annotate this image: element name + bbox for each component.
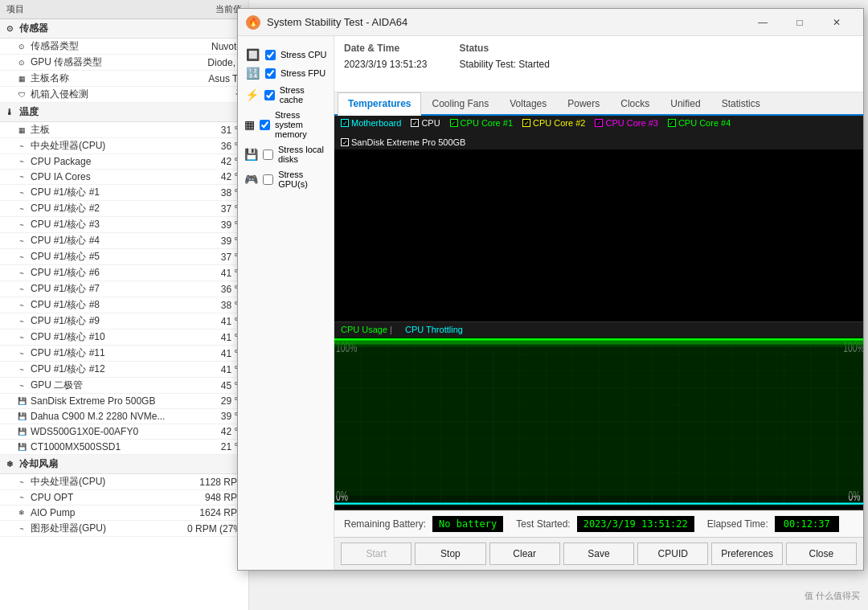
tab-cooling-fans[interactable]: Cooling Fans bbox=[421, 92, 499, 114]
row-icon: ~ bbox=[16, 187, 27, 199]
tab-voltages[interactable]: Voltages bbox=[499, 92, 557, 114]
row-label: ~ CPU IA Cores bbox=[16, 171, 173, 182]
row-value: 42 °C bbox=[173, 171, 245, 182]
row-value: 948 RPM bbox=[173, 492, 245, 503]
row-label: ~ 中央处理器(CPU) bbox=[16, 139, 173, 153]
row-icon: ▦ bbox=[16, 125, 27, 136]
save-button[interactable]: Save bbox=[563, 542, 634, 565]
row-value: 21 °C bbox=[173, 441, 245, 452]
data-row: 💾 WDS500G1X0E-00AFY0 42 °C bbox=[0, 424, 248, 440]
row-icon: ⊙ bbox=[16, 41, 27, 52]
row-value: 39 °C bbox=[173, 219, 245, 231]
row-icon: 💾 bbox=[16, 441, 27, 452]
test-started-status: Test Started: 2023/3/19 13:51:22 bbox=[516, 516, 694, 532]
data-row: 💾 CT1000MX500SSD1 21 °C bbox=[0, 440, 248, 455]
data-row: ~ 图形处理器(GPU) 0 RPM (27%) bbox=[0, 521, 248, 537]
row-label: ~ CPU #1/核心 #11 bbox=[16, 346, 173, 360]
row-value: 36 °C bbox=[173, 141, 245, 152]
stress-item-5[interactable]: 🎮 Stress GPU(s) bbox=[243, 167, 329, 191]
row-icon: ~ bbox=[16, 523, 27, 534]
stress-icon-5: 🎮 bbox=[244, 173, 258, 186]
row-icon: 💾 bbox=[16, 395, 27, 407]
row-label: ~ CPU #1/核心 #5 bbox=[16, 250, 173, 264]
cpuid-button[interactable]: CPUID bbox=[637, 542, 708, 565]
data-row: ~ CPU #1/核心 #1 38 °C bbox=[0, 185, 248, 201]
legend-label-5: CPU Core #4 bbox=[678, 118, 731, 128]
stress-sidebar: 🔲 Stress CPU 🔢 Stress FPU ⚡ Stress cache… bbox=[238, 36, 334, 570]
row-icon: ~ bbox=[16, 203, 27, 215]
data-row: ~ CPU #1/核心 #2 37 °C bbox=[0, 201, 248, 217]
stop-button[interactable]: Stop bbox=[415, 542, 485, 565]
data-row: ~ CPU OPT 948 RPM bbox=[0, 490, 248, 506]
row-label: 💾 SanDisk Extreme Pro 500GB bbox=[16, 395, 173, 407]
legend-label-2: CPU Core #1 bbox=[461, 118, 513, 128]
right-content: Date & Time 2023/3/19 13:51:23 Status St… bbox=[334, 36, 863, 570]
row-value: 41 °C bbox=[173, 348, 245, 359]
temperature-chart: ✓ Motherboard ✓ CPU ✓ CPU Core #1 ✓ CPU … bbox=[334, 116, 863, 322]
data-row: ~ CPU #1/核心 #9 41 °C bbox=[0, 313, 248, 330]
row-value: 37 °C bbox=[173, 252, 245, 263]
stress-checkbox-4[interactable] bbox=[263, 149, 273, 160]
elapsed-status: Elapsed Time: 00:12:37 bbox=[707, 516, 839, 532]
row-label: 🛡 机箱入侵检测 bbox=[16, 88, 173, 101]
data-row: 💾 SanDisk Extreme Pro 500GB 29 °C bbox=[0, 394, 248, 409]
start-button[interactable]: Start bbox=[341, 542, 411, 565]
row-value: 1624 RPM bbox=[173, 507, 245, 518]
legend-check-0: ✓ bbox=[341, 119, 349, 127]
clear-button[interactable]: Clear bbox=[489, 542, 560, 565]
minimize-button[interactable]: — bbox=[744, 11, 781, 34]
elapsed-value: 00:12:37 bbox=[775, 516, 839, 532]
row-icon: 💾 bbox=[16, 426, 27, 437]
tab-unified[interactable]: Unified bbox=[660, 92, 710, 114]
data-row: ~ CPU #1/核心 #11 41 °C bbox=[0, 346, 248, 362]
stress-checkbox-2[interactable] bbox=[264, 90, 275, 100]
row-value: 42 °C bbox=[173, 156, 245, 167]
stress-checkbox-1[interactable] bbox=[265, 68, 276, 79]
row-value: Asus TU bbox=[173, 73, 245, 84]
section-header-传感器: ⊙传感器 bbox=[0, 19, 248, 39]
stress-label-1: Stress FPU bbox=[280, 68, 326, 78]
row-icon: ~ bbox=[16, 171, 27, 182]
legend-check-2: ✓ bbox=[450, 119, 458, 127]
data-row: ~ GPU 二极管 45 °C bbox=[0, 378, 248, 394]
stress-checkbox-5[interactable] bbox=[263, 174, 273, 185]
row-icon: ~ bbox=[16, 219, 27, 231]
row-label: ~ CPU #1/核心 #6 bbox=[16, 266, 173, 280]
legend-item-2: ✓ CPU Core #1 bbox=[450, 118, 513, 128]
row-value: 41 °C bbox=[173, 332, 245, 343]
data-row: ~ CPU #1/核心 #12 41 °C bbox=[0, 362, 248, 378]
window-content: 🔲 Stress CPU 🔢 Stress FPU ⚡ Stress cache… bbox=[238, 36, 863, 570]
legend-item-3: ✓ CPU Core #2 bbox=[522, 118, 585, 128]
usage-legend-label-1: CPU Throttling bbox=[405, 325, 463, 334]
stress-icon-1: 🔢 bbox=[244, 67, 260, 80]
tab-temperatures[interactable]: Temperatures bbox=[338, 92, 421, 116]
stress-item-2[interactable]: ⚡ Stress cache bbox=[243, 83, 329, 107]
maximize-button[interactable]: □ bbox=[781, 11, 818, 34]
stress-item-1[interactable]: 🔢 Stress FPU bbox=[243, 64, 329, 82]
stress-item-4[interactable]: 💾 Stress local disks bbox=[243, 142, 329, 166]
tab-clocks[interactable]: Clocks bbox=[610, 92, 660, 114]
legend-check-5: ✓ bbox=[668, 119, 676, 127]
charts-area: ✓ Motherboard ✓ CPU ✓ CPU Core #1 ✓ CPU … bbox=[334, 116, 863, 510]
row-icon: ~ bbox=[16, 348, 27, 359]
tab-statistics[interactable]: Statistics bbox=[711, 92, 771, 114]
row-value: 31 °C bbox=[173, 125, 245, 136]
separator: | bbox=[390, 325, 392, 334]
close-window-button[interactable]: ✕ bbox=[818, 11, 855, 34]
row-icon: 💾 bbox=[16, 411, 27, 422]
stress-item-3[interactable]: ▦ Stress system memory bbox=[243, 108, 329, 141]
datetime-value: 2023/3/19 13:51:23 bbox=[344, 59, 427, 70]
stress-checkbox-3[interactable] bbox=[260, 120, 270, 130]
preferences-button[interactable]: Preferences bbox=[711, 542, 782, 565]
data-row: ❄ AIO Pump 1624 RPM bbox=[0, 506, 248, 521]
stress-item-0[interactable]: 🔲 Stress CPU bbox=[243, 46, 329, 63]
close-button[interactable]: Close bbox=[786, 542, 857, 565]
section-header-冷却风扇: ❄冷却风扇 bbox=[0, 455, 248, 474]
stress-label-3: Stress system memory bbox=[275, 110, 327, 139]
data-row: ~ CPU Package 42 °C bbox=[0, 154, 248, 170]
row-icon: ~ bbox=[16, 300, 27, 311]
tab-powers[interactable]: Powers bbox=[557, 92, 610, 114]
row-value: 45 °C bbox=[173, 380, 245, 391]
stress-checkbox-0[interactable] bbox=[265, 50, 276, 60]
info-panel: Date & Time 2023/3/19 13:51:23 Status St… bbox=[334, 36, 863, 92]
